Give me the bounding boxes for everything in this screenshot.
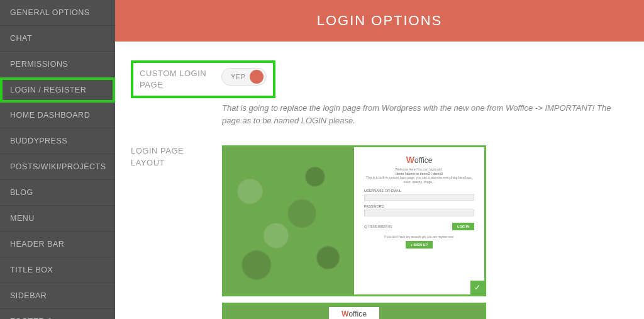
- preview-signup-text: If you don't have any account yet, you c…: [384, 235, 454, 238]
- custom-login-label: CUSTOM LOGIN PAGE: [140, 68, 221, 91]
- woffice-logo-2: Woffice: [341, 310, 367, 318]
- main-panel: LOGIN OPTIONS CUSTOM LOGIN PAGE YEP That…: [115, 0, 644, 319]
- layout-preview-1[interactable]: Woffice Welcome here! You can login with…: [222, 145, 486, 296]
- preview-username-label: USERNAME OR EMAIL: [364, 189, 401, 193]
- toggle-text: YEP: [231, 73, 246, 81]
- sidebar-item-home-dashboard[interactable]: HOME DASHBOARD: [0, 103, 115, 128]
- preview-password-input: [364, 210, 474, 216]
- preview-username-input: [364, 194, 474, 201]
- selected-check-icon: ✓: [470, 281, 484, 294]
- layout-option-row: LOGIN PAGE LAYOUT Woffice Welcome here! …: [131, 145, 628, 319]
- preview-welcome: Welcome here! You can login with: demo /…: [364, 167, 474, 184]
- preview-signup-button: + SIGN UP: [406, 241, 433, 249]
- preview-form-side: Woffice Welcome here! You can login with…: [354, 147, 484, 294]
- woffice-logo: Woffice: [406, 155, 433, 165]
- sidebar-item-footer[interactable]: FOOTER & EXTRAFOOTER: [0, 309, 115, 319]
- layout-preview-2[interactable]: Woffice: [222, 303, 486, 319]
- preview-remember: REMEMBER ME: [364, 225, 392, 228]
- sidebar-item-general[interactable]: GENERAL OPTIONS: [0, 0, 115, 26]
- custom-login-option: CUSTOM LOGIN PAGE YEP: [131, 60, 275, 98]
- sidebar-item-menu[interactable]: MENU: [0, 206, 115, 232]
- sidebar-item-login-register[interactable]: LOGIN / REGISTER: [0, 77, 115, 103]
- sidebar-item-sidebar[interactable]: SIDEBAR: [0, 283, 115, 309]
- sidebar-item-blog[interactable]: BLOG: [0, 180, 115, 206]
- toggle-knob: [250, 70, 264, 84]
- preview-image-side: [224, 147, 354, 294]
- settings-sidebar: GENERAL OPTIONS CHAT PERMISSIONS LOGIN /…: [0, 0, 115, 319]
- sidebar-item-buddypress[interactable]: BUDDYPRESS: [0, 128, 115, 154]
- content-area: CUSTOM LOGIN PAGE YEP That is going to r…: [115, 42, 644, 319]
- layout-label: LOGIN PAGE LAYOUT: [131, 145, 213, 168]
- custom-login-toggle[interactable]: YEP: [221, 68, 267, 86]
- preview-password-label: PASSWORD: [364, 204, 384, 208]
- sidebar-item-posts-wiki-projects[interactable]: POSTS/WIKI/PROJECTS: [0, 154, 115, 180]
- sidebar-item-title-box[interactable]: TITLE BOX: [0, 257, 115, 283]
- sidebar-item-header-bar[interactable]: HEADER BAR: [0, 232, 115, 257]
- page-title: LOGIN OPTIONS: [115, 0, 644, 42]
- sidebar-item-chat[interactable]: CHAT: [0, 26, 115, 52]
- layout-previews: Woffice Welcome here! You can login with…: [222, 145, 486, 319]
- preview-login-button: LOG IN: [452, 223, 474, 230]
- sidebar-item-permissions[interactable]: PERMISSIONS: [0, 52, 115, 77]
- custom-login-description: That is going to replace the login page …: [222, 102, 628, 126]
